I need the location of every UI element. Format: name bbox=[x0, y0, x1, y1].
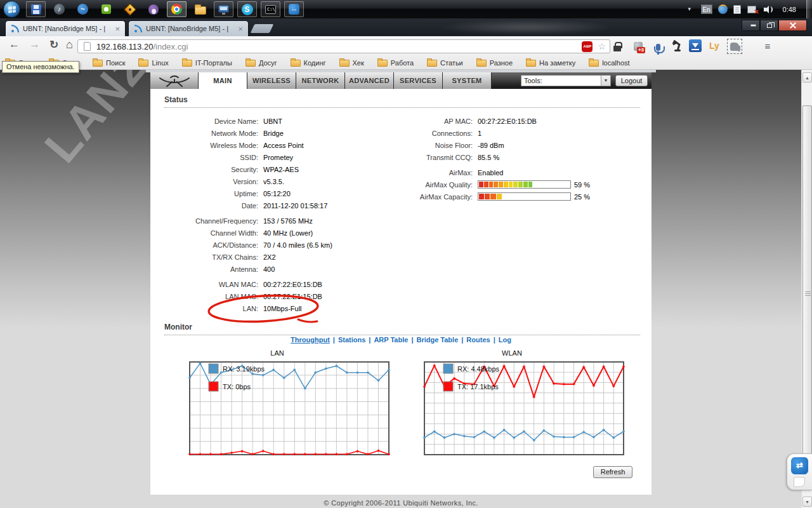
airos-tab-advanced[interactable]: ADVANCED bbox=[345, 72, 394, 89]
pidgin-icon bbox=[148, 4, 159, 15]
svg-text:RX: 3.19kbps: RX: 3.19kbps bbox=[223, 365, 265, 373]
airmax-quality-row: AirMax Quality:59 % bbox=[374, 178, 641, 190]
extension-jar-icon[interactable]: +3 bbox=[631, 39, 645, 53]
logout-button[interactable]: Logout bbox=[615, 75, 648, 86]
minimize-button[interactable] bbox=[742, 20, 760, 31]
reload-button[interactable]: ↻ bbox=[49, 38, 58, 51]
taskbar-item-teamviewer[interactable]: ↔ bbox=[282, 0, 306, 18]
airos-tab-wireless[interactable]: WIRELESS bbox=[247, 72, 296, 89]
extension-evernote-icon[interactable] bbox=[727, 39, 742, 54]
start-button[interactable] bbox=[3, 1, 20, 18]
taskbar-item-save[interactable] bbox=[24, 0, 48, 18]
airos-tab-system[interactable]: SYSTEM bbox=[443, 72, 492, 89]
browser-menu-icon[interactable]: ≡ bbox=[761, 39, 774, 52]
airos-tab-services[interactable]: SERVICES bbox=[394, 72, 443, 89]
bookmark-star-icon[interactable]: ☆ bbox=[598, 41, 606, 51]
extension-lock-icon[interactable] bbox=[613, 39, 622, 52]
tab-close-icon[interactable]: × bbox=[238, 24, 243, 34]
browser-tab-active[interactable]: UBNT: [NanoBridge M5] - | × bbox=[5, 20, 126, 36]
network-globe-icon[interactable] bbox=[718, 4, 728, 14]
bookmark-item[interactable]: Разное bbox=[476, 59, 513, 67]
teamviewer-widget[interactable]: ⇄ bbox=[787, 453, 812, 490]
bookmark-item[interactable]: Кодинг bbox=[291, 59, 326, 67]
tab-close-icon[interactable]: × bbox=[115, 24, 120, 34]
bookmark-item[interactable]: Поиск bbox=[93, 59, 125, 67]
music-icon: ♪ bbox=[54, 4, 65, 15]
back-button[interactable]: ← bbox=[9, 38, 20, 51]
teamviewer-icon: ↔ bbox=[289, 4, 299, 15]
bookmark-item[interactable]: На заметку bbox=[526, 59, 575, 67]
airos-tab-network[interactable]: NETWORK bbox=[296, 72, 345, 89]
monitor-link-routes[interactable]: Routes bbox=[466, 336, 490, 344]
bookmark-item[interactable]: Linux bbox=[138, 59, 168, 67]
clipboard-tray-icon[interactable] bbox=[733, 5, 741, 14]
bookmark-item[interactable]: localhost bbox=[589, 59, 629, 67]
system-tray: ▼ En 0:48 bbox=[687, 0, 812, 18]
extension-download-icon[interactable] bbox=[689, 39, 702, 52]
close-button[interactable] bbox=[778, 20, 807, 31]
adblock-icon[interactable]: ABP bbox=[582, 41, 593, 52]
volume-icon[interactable] bbox=[764, 5, 774, 14]
airos-page: MAINWIRELESSNETWORKADVANCEDSERVICESSYSTE… bbox=[150, 72, 652, 495]
network-disconnected-icon[interactable] bbox=[747, 6, 756, 13]
browser-tab-inactive[interactable]: UBNT: [NanoBridge M5] - | × bbox=[128, 20, 249, 36]
status-field: Noise Floor:-89 dBm bbox=[374, 139, 641, 151]
taskbar-item-pidgin[interactable] bbox=[141, 0, 165, 18]
taskbar-item-thunderbird[interactable]: ~ bbox=[71, 0, 95, 18]
scrollbar-thumb[interactable] bbox=[802, 105, 812, 481]
svg-text:RX: 4.48kbps: RX: 4.48kbps bbox=[457, 365, 500, 373]
bookmark-item[interactable]: Хек bbox=[339, 59, 364, 67]
forward-button[interactable]: → bbox=[29, 38, 40, 51]
bookmark-item[interactable]: Досуг bbox=[246, 59, 277, 67]
taskbar-item-music[interactable]: ♪ bbox=[48, 0, 71, 18]
wallpaper-glow bbox=[438, 20, 615, 35]
taskbar-item-evernote[interactable] bbox=[95, 0, 118, 18]
taskbar-item-chrome[interactable] bbox=[165, 0, 188, 18]
dropdown-arrow-icon[interactable]: ▼ bbox=[601, 76, 610, 86]
monitor-link-arp-table[interactable]: ARP Table bbox=[374, 336, 408, 344]
monitor-link-log[interactable]: Log bbox=[499, 336, 511, 344]
extension-mic-icon[interactable] bbox=[653, 39, 662, 53]
taskbar-item-skype[interactable]: S bbox=[235, 0, 259, 18]
copyright-footer: © Copyright 2006-2011 Ubiquiti Networks,… bbox=[150, 499, 652, 507]
status-field: WLAN MAC:00:27:22:E0:15:DB bbox=[164, 278, 443, 290]
scroll-down-icon[interactable]: ▼ bbox=[802, 497, 812, 507]
screen-share-icon bbox=[218, 5, 229, 13]
folder-icon bbox=[589, 60, 599, 67]
extension-ly-icon[interactable]: Ly bbox=[707, 39, 722, 52]
status-field: TX/RX Chains:2X2 bbox=[164, 251, 443, 263]
restore-button[interactable] bbox=[760, 20, 778, 31]
bookmark-item[interactable]: Статьи bbox=[427, 59, 463, 67]
teamviewer-panel-icon: ⇄ bbox=[791, 457, 808, 474]
chrome-icon bbox=[171, 4, 182, 15]
taskbar-item-screenshare[interactable] bbox=[212, 0, 235, 18]
ubiquiti-logo[interactable] bbox=[150, 72, 199, 89]
new-tab-button[interactable] bbox=[251, 24, 274, 33]
tray-expand-icon[interactable]: ▼ bbox=[687, 6, 692, 12]
airos-tab-main[interactable]: MAIN bbox=[199, 72, 247, 89]
tools-select[interactable]: Tools:▼ bbox=[521, 75, 611, 86]
scroll-up-icon[interactable]: ▲ bbox=[802, 72, 812, 83]
monitor-link-stations[interactable]: Stations bbox=[338, 336, 365, 344]
taskbar-item-cmd[interactable]: C:\ bbox=[259, 0, 282, 18]
taskbar-item-daemon[interactable] bbox=[118, 0, 141, 18]
scrollbar[interactable]: ▲ ▼ bbox=[801, 70, 812, 508]
monitor-link-bridge-table[interactable]: Bridge Table bbox=[416, 336, 458, 344]
bookmark-item[interactable]: IT-Порталы bbox=[182, 59, 232, 67]
extension-lamp-icon[interactable] bbox=[671, 39, 683, 53]
address-bar[interactable]: 192.168.113.20 /index.cgi ABP ☆ bbox=[77, 39, 610, 53]
monitor-link-throughput[interactable]: Throughput bbox=[291, 336, 330, 344]
taskbar-item-explorer[interactable] bbox=[188, 0, 212, 18]
windows-taskbar: ♪ ~ S C:\ ↔ ▼ En 0:48 bbox=[0, 0, 812, 18]
show-desktop-button[interactable] bbox=[806, 0, 812, 18]
thunderbird-icon: ~ bbox=[77, 4, 88, 15]
bookmark-item[interactable]: Работа bbox=[377, 59, 414, 67]
status-right-column: AP MAC:00:27:22:E0:15:DBConnections:1Noi… bbox=[374, 115, 641, 203]
home-button[interactable]: ⌂ bbox=[66, 38, 73, 51]
refresh-button[interactable]: Refresh bbox=[593, 466, 632, 478]
status-field: Channel Width:40 MHz (Lower) bbox=[164, 227, 443, 239]
charts-area: LANRX: 3.19kbpsTX: 0bps WLANRX: 4.48kbps… bbox=[164, 349, 625, 459]
clock[interactable]: 0:48 bbox=[783, 6, 796, 13]
language-indicator[interactable]: En bbox=[701, 4, 712, 14]
folder-icon bbox=[291, 60, 301, 67]
